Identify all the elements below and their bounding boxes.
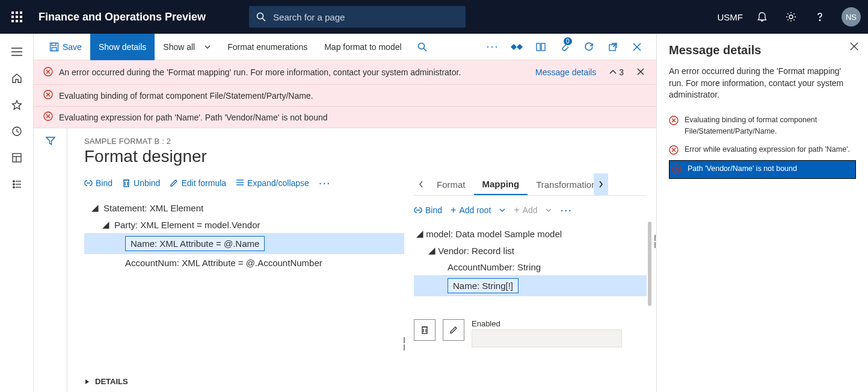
tabs-prev-icon[interactable] [414,173,428,195]
svg-rect-8 [20,20,22,22]
caret-down-icon[interactable]: ◢ [101,219,111,230]
svg-line-10 [263,19,266,22]
add-root-button[interactable]: +Add root [451,205,505,216]
format-tree[interactable]: ◢Statement: XML Element ◢Party: XML Elem… [84,194,404,271]
caret-down-icon[interactable]: ◢ [416,228,423,239]
svg-rect-0 [11,11,14,14]
error-icon [43,111,53,123]
tree-node[interactable]: ◢Party: XML Element = model.Vendor [84,216,404,233]
search-input[interactable]: Search for a page [249,6,466,28]
panel-msg[interactable]: Error while evaluating expression for pa… [669,140,856,160]
toolbar-more-icon[interactable]: ··· [481,34,505,60]
nav-modules-icon[interactable] [0,171,34,198]
page-title: Format designer [84,147,639,166]
nav-menu-icon[interactable] [0,39,34,65]
edit-formula-button[interactable]: Edit formula [170,178,226,188]
enabled-input[interactable] [472,329,622,347]
filter-icon[interactable] [45,135,56,392]
delete-icon[interactable] [414,319,436,341]
svg-rect-32 [541,43,545,51]
save-button[interactable]: Save [41,34,90,60]
caret-down-icon[interactable]: ◢ [428,245,436,256]
tree-node[interactable]: ◢AccountNum: XML Attribute = @.AccountNu… [84,254,404,271]
tabs-next-icon[interactable] [594,173,608,195]
toolbar-search-icon[interactable] [410,34,434,60]
tree-node[interactable]: ◢ Vendor: Record list [414,242,647,259]
tab-mapping[interactable]: Mapping [474,174,528,195]
panel-desc: An error occurred during the 'Format map… [669,66,856,101]
caret-down-icon[interactable]: ◢ [90,202,100,213]
nav-home-icon[interactable] [0,65,34,92]
tree-node[interactable]: AccountNumber: String [414,259,647,275]
error-row: An error occurred during the 'Format map… [34,60,656,84]
tree-node[interactable]: ◢Statement: XML Element [84,199,404,216]
panel-msg-selected[interactable]: Path 'Vendor/Name' is not bound [669,160,856,179]
action-toolbar: Save Show details Show all Format enumer… [34,34,656,60]
svg-rect-7 [16,20,18,22]
unbind-button[interactable]: Unbind [122,178,160,188]
nav-favorites-icon[interactable] [0,92,34,118]
error-collapse-toggle[interactable]: 3 [609,67,624,77]
svg-point-20 [13,181,14,182]
tree-node-selected[interactable]: ◢Name: XML Attribute = @.Name [84,233,404,254]
right-more-icon[interactable]: ··· [560,203,572,217]
mapping-tree[interactable]: ◢ model: Data model Sample model ◢ Vendo… [414,222,647,296]
map-format-button[interactable]: Map format to model [316,34,410,60]
nav-workspaces-icon[interactable] [0,145,34,171]
nav-rail [0,34,34,392]
bind-button[interactable]: Bind [414,205,442,215]
toolbar-diamond-icon[interactable] [505,34,529,60]
left-more-icon[interactable]: ··· [319,176,331,190]
company-selector[interactable]: USMF [718,12,743,22]
error-icon [43,90,53,101]
tab-transformations[interactable]: Transformations [528,175,594,194]
svg-rect-47 [124,180,129,187]
help-icon[interactable] [805,0,834,34]
svg-rect-1 [16,11,18,14]
format-enum-button[interactable]: Format enumerations [219,34,316,60]
svg-rect-28 [52,48,57,51]
tree-node-selected[interactable]: Name: String[!] [414,275,647,296]
toolbar-attach-icon[interactable]: 0 [553,34,577,60]
svg-rect-2 [20,11,22,14]
settings-icon[interactable] [777,0,805,34]
tree-node[interactable]: ◢ model: Data model Sample model [414,225,647,242]
app-launcher-icon[interactable] [0,0,34,34]
filter-column [34,128,67,392]
message-details-link[interactable]: Message details [535,67,596,77]
expand-collapse-button[interactable]: Expand/collapse [236,178,309,188]
global-header: Finance and Operations Preview Search fo… [0,0,868,34]
panel-close-icon[interactable] [850,42,858,52]
message-details-panel: Message details An error occurred during… [656,34,868,392]
nav-recent-icon[interactable] [0,118,34,145]
error-icon [669,145,679,157]
svg-line-30 [423,48,426,51]
show-details-button[interactable]: Show details [90,34,155,60]
breadcrumb: SAMPLE FORMAT B : 2 [84,137,639,146]
svg-rect-31 [537,43,540,51]
svg-rect-3 [11,16,14,18]
edit-icon[interactable] [443,319,464,341]
toolbar-adjacent-icon[interactable] [529,34,553,60]
tab-format[interactable]: Format [428,175,474,194]
scrollbar[interactable] [648,222,651,306]
enabled-label: Enabled [472,319,647,328]
show-all-button[interactable]: Show all [155,34,219,60]
app-title: Finance and Operations Preview [38,11,206,23]
toolbar-popup-icon[interactable] [601,34,625,60]
notifications-icon[interactable] [748,0,777,34]
svg-rect-54 [422,327,427,334]
panel-msg[interactable]: Evaluating binding of format component F… [669,111,856,141]
panel-splitter[interactable] [653,235,657,253]
error-banners: An error occurred during the 'Format map… [34,60,656,128]
error-icon [672,164,682,176]
bind-button[interactable]: Bind [84,178,112,188]
toolbar-refresh-icon[interactable] [577,34,601,60]
error-icon [669,116,679,127]
svg-point-9 [257,13,263,19]
avatar[interactable]: NS [842,7,861,26]
error-close-icon[interactable] [635,65,647,79]
svg-point-29 [418,43,424,49]
toolbar-close-icon[interactable] [625,34,649,60]
details-toggle[interactable]: DETAILS [84,371,404,392]
